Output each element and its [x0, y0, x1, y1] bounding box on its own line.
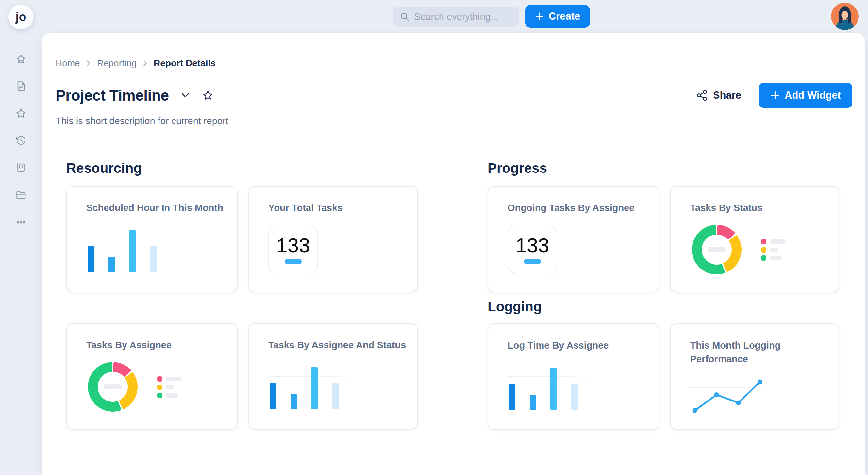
bar-chart [268, 341, 347, 409]
legend-row [761, 247, 785, 253]
folder-icon [15, 196, 27, 202]
donut-chart [692, 225, 742, 275]
legend-swatch-green [157, 393, 162, 398]
value-accent-pill [285, 259, 302, 264]
legend-row [761, 255, 785, 261]
section-heading-logging: Logging [488, 299, 839, 315]
widget-title: Tasks By Status [690, 201, 763, 215]
legend-label-placeholder [166, 393, 178, 398]
add-widget-button[interactable]: Add Widget [759, 83, 852, 108]
legend-row [157, 384, 181, 390]
main-panel: Home Reporting Report Details Project Ti… [42, 33, 865, 475]
section-heading-resourcing: Resourcing [66, 160, 418, 176]
plus-icon [770, 91, 780, 100]
sidebar-item-favorites[interactable] [15, 107, 27, 120]
value-tile: 133 [507, 226, 557, 274]
widget-card-tasks-by-assignee-and-status[interactable]: Tasks By Assignee And Status [248, 323, 418, 430]
breadcrumb-reporting[interactable]: Reporting [97, 58, 136, 69]
column-resourcing: Resourcing Scheduled Hour In This Month … [66, 139, 418, 430]
legend-row [157, 393, 181, 398]
board-icon [15, 169, 27, 175]
legend-swatch-red [761, 239, 766, 244]
create-button[interactable]: Create [525, 5, 590, 28]
widget-card-log-time[interactable]: Log Time By Assignee [488, 323, 659, 430]
legend-label-placeholder [166, 377, 181, 381]
home-icon [15, 61, 27, 66]
line-chart [671, 324, 839, 429]
search-icon [400, 12, 409, 22]
legend-swatch-red [157, 376, 162, 382]
title-dropdown-chevron-icon[interactable] [181, 93, 189, 98]
create-button-label: Create [549, 10, 581, 22]
donut-chart [88, 362, 137, 412]
share-button-label: Share [713, 90, 741, 101]
star-icon [15, 115, 27, 121]
widget-card-ongoing-tasks[interactable]: Ongoing Tasks By Assignee 133 [488, 186, 659, 292]
widget-title: Tasks By Assignee [86, 338, 172, 352]
user-avatar[interactable] [831, 3, 859, 30]
widget-card-scheduled-hours[interactable]: Scheduled Hour In This Month [66, 186, 238, 292]
value-accent-pill [524, 259, 541, 264]
donut-center-placeholder [103, 384, 122, 389]
value-number: 133 [516, 235, 549, 255]
more-dots-icon [15, 224, 27, 230]
legend-swatch-green [761, 255, 766, 261]
workspace-logo[interactable]: jo [8, 5, 33, 29]
sidebar-item-more[interactable] [15, 216, 27, 229]
sidebar-item-projects[interactable] [15, 189, 27, 201]
donut-center-placeholder [708, 247, 726, 252]
page-title: Project Timeline [56, 87, 169, 104]
favorite-star-icon[interactable] [202, 89, 214, 102]
breadcrumb-report-details: Report Details [154, 58, 216, 69]
chart-legend [157, 376, 181, 401]
section-heading-progress: Progress [488, 160, 839, 176]
widget-card-tasks-by-assignee[interactable]: Tasks By Assignee [66, 323, 238, 430]
breadcrumb: Home Reporting Report Details [56, 58, 852, 69]
sidebar-item-reports[interactable] [15, 80, 27, 92]
add-widget-button-label: Add Widget [785, 90, 841, 101]
history-icon [15, 142, 27, 148]
legend-swatch-yellow [157, 384, 162, 390]
legend-row [761, 239, 785, 244]
sidebar-item-home[interactable] [15, 53, 27, 65]
widget-card-total-tasks[interactable]: Your Total Tasks 133 [248, 186, 418, 292]
report-description: This is short description for current re… [56, 116, 852, 126]
value-tile: 133 [268, 226, 318, 274]
legend-swatch-yellow [761, 247, 766, 253]
legend-label-placeholder [770, 256, 782, 260]
bar-chart [507, 341, 586, 410]
search-input[interactable] [414, 11, 537, 22]
report-file-icon [15, 88, 27, 93]
share-icon [696, 90, 708, 101]
chevron-right-icon [87, 60, 91, 67]
legend-label-placeholder [770, 240, 785, 244]
widget-card-logging-performance[interactable]: This Month Logging Performance [670, 323, 840, 430]
legend-label-placeholder [770, 248, 778, 252]
legend-label-placeholder [166, 385, 174, 389]
sidebar-item-history[interactable] [15, 134, 27, 147]
sidebar-item-board[interactable] [15, 161, 27, 174]
share-button[interactable]: Share [696, 90, 741, 101]
widget-card-tasks-by-status[interactable]: Tasks By Status [670, 186, 840, 292]
workspace-logo-text: jo [16, 10, 27, 24]
breadcrumb-home[interactable]: Home [56, 58, 80, 69]
widget-title: Your Total Tasks [268, 201, 342, 215]
legend-row [157, 376, 181, 382]
chevron-right-icon [143, 60, 147, 67]
sidebar [0, 33, 42, 475]
chart-legend [761, 239, 785, 264]
search-bar[interactable] [393, 6, 519, 27]
widget-title: Ongoing Tasks By Assignee [507, 201, 634, 215]
value-number: 133 [276, 235, 310, 255]
column-progress-logging: Progress Ongoing Tasks By Assignee 133 T… [488, 139, 839, 430]
plus-icon [535, 12, 544, 21]
bar-chart [86, 203, 165, 272]
